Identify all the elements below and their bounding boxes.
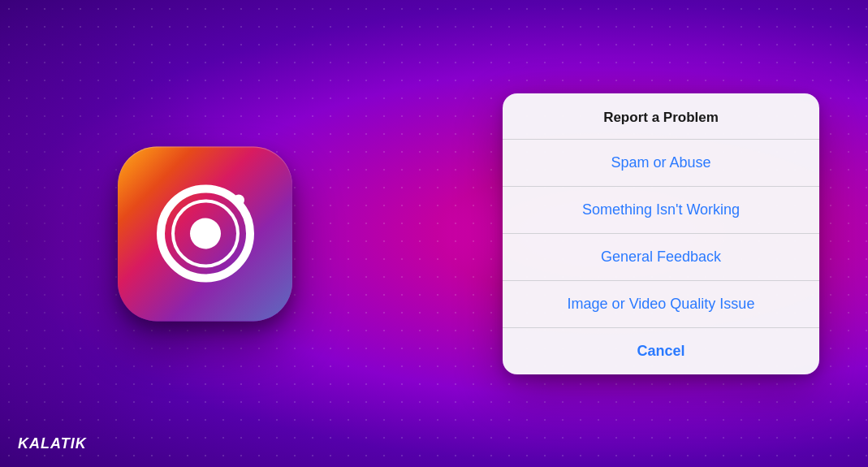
watermark-text: KALATiK bbox=[18, 435, 87, 452]
image-or-video-quality-issue-button[interactable]: Image or Video Quality Issue bbox=[503, 281, 819, 328]
instagram-app-icon bbox=[118, 146, 292, 321]
camera-lens-dot bbox=[233, 195, 244, 206]
general-feedback-button[interactable]: General Feedback bbox=[503, 234, 819, 281]
cancel-button[interactable]: Cancel bbox=[503, 328, 819, 374]
dialog-title: Report a Problem bbox=[503, 93, 819, 140]
camera-center-circle bbox=[190, 218, 221, 249]
report-problem-dialog: Report a Problem Spam or Abuse Something… bbox=[503, 93, 819, 374]
spam-or-abuse-button[interactable]: Spam or Abuse bbox=[503, 140, 819, 187]
something-isnt-working-button[interactable]: Something Isn't Working bbox=[503, 187, 819, 234]
camera-icon bbox=[157, 185, 254, 283]
